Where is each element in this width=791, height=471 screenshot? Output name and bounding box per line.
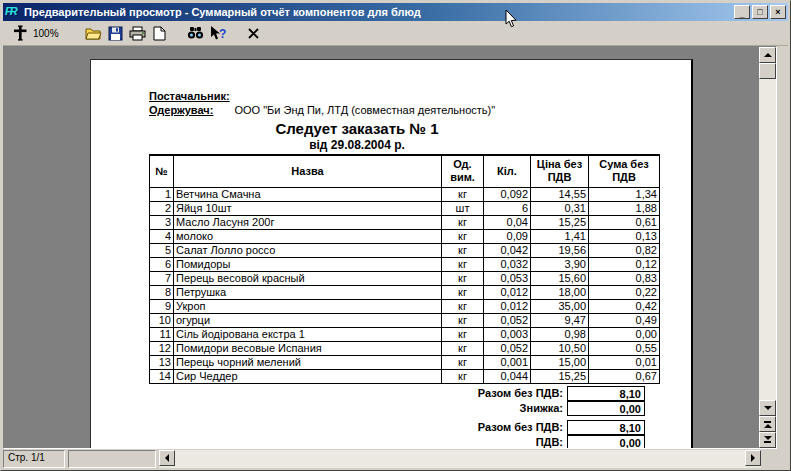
components-table: № Назва Од. вим. Кіл. Ціна без ПДВ Сума … (149, 154, 660, 384)
cell-qty: 0,04 (484, 215, 531, 229)
cell-price: 0,98 (531, 327, 589, 341)
table-row: 2Яйця 10штшт60,311,88 (150, 201, 660, 215)
zoom-tool-button[interactable] (9, 22, 31, 44)
total-row: ПДВ:0,00 (149, 435, 645, 450)
print-button[interactable] (127, 22, 149, 44)
scrollbar-corner (761, 450, 777, 468)
cell-qty: 0,042 (484, 243, 531, 257)
page-up-icon (764, 421, 771, 423)
open-report-button[interactable] (83, 22, 105, 44)
cell-name: Укроп (174, 299, 442, 313)
cell-price: 9,47 (531, 313, 589, 327)
cell-unit: кг (442, 341, 484, 355)
cell-sum: 1,34 (589, 187, 660, 201)
titlebar[interactable]: FR Предварительный просмотр - Суммарный … (3, 3, 788, 21)
cell-num: 11 (150, 327, 174, 341)
left-arrow-icon (165, 454, 169, 462)
preview-window: FR Предварительный просмотр - Суммарный … (0, 0, 791, 471)
table-row: 11Сіль йодірована екстра 1кг0,0030,980,0… (150, 327, 660, 341)
cell-price: 19,56 (531, 243, 589, 257)
cell-num: 8 (150, 285, 174, 299)
cell-num: 6 (150, 257, 174, 271)
blank-page-icon (153, 26, 166, 41)
page-status-panel: Стр. 1/1 (3, 450, 65, 468)
cell-price: 1,41 (531, 229, 589, 243)
cell-unit: шт (442, 201, 484, 215)
header-num: № (150, 155, 174, 187)
cell-sum: 0,61 (589, 215, 660, 229)
receiver-value: ООО "Би Энд Пи, ЛТД (совместная деятельн… (234, 104, 495, 116)
header-name: Назва (174, 155, 442, 187)
cell-qty: 0,053 (484, 271, 531, 285)
cell-sum: 0,42 (589, 299, 660, 313)
context-help-button[interactable]: ? (207, 22, 229, 44)
cell-num: 10 (150, 313, 174, 327)
open-folder-icon (85, 26, 102, 41)
progress-panel (68, 450, 156, 468)
table-header-row: № Назва Од. вим. Кіл. Ціна без ПДВ Сума … (150, 155, 660, 187)
cell-price: 0,31 (531, 201, 589, 215)
help-pointer-icon: ? (209, 26, 227, 41)
cell-name: Яйця 10шт (174, 201, 442, 215)
close-preview-button[interactable] (243, 22, 265, 44)
cell-num: 7 (150, 271, 174, 285)
find-button[interactable] (185, 22, 207, 44)
cell-name: Сіль йодірована екстра 1 (174, 327, 442, 341)
cell-unit: кг (442, 285, 484, 299)
table-row: 4молококг0,091,410,13 (150, 229, 660, 243)
cell-num: 3 (150, 215, 174, 229)
supplier-row: Постачальник: (149, 86, 691, 100)
cell-unit: кг (442, 257, 484, 271)
vertical-scroll-track[interactable] (759, 79, 776, 400)
statusbar: Стр. 1/1 (3, 450, 788, 468)
vertical-scroll-thumb[interactable] (759, 63, 776, 79)
cell-price: 15,00 (531, 355, 589, 369)
maximize-button[interactable]: □ (752, 5, 768, 19)
total-value: 8,10 (567, 386, 645, 401)
total-value: 8,10 (567, 420, 645, 435)
total-label: Разом без ПДВ: (149, 387, 567, 399)
zoom-level[interactable]: 100% (33, 28, 59, 39)
scroll-right-button[interactable] (745, 450, 761, 466)
cell-price: 15,25 (531, 369, 589, 383)
report-subtitle: від 29.08.2004 р. (91, 138, 623, 152)
receiver-row: Одержувач: ООО "Би Энд Пи, ЛТД (совместн… (149, 100, 691, 114)
header-unit: Од. вим. (442, 155, 484, 187)
previous-page-button[interactable] (759, 416, 776, 432)
cell-name: Петрушка (174, 285, 442, 299)
vertical-scrollbar[interactable] (759, 47, 776, 448)
horizontal-scroll-track[interactable] (175, 450, 745, 468)
report-table-body: 1Ветчина Смачнакг0,09214,551,342Яйця 10ш… (150, 187, 660, 383)
cell-name: Помидоры (174, 257, 442, 271)
scroll-down-button[interactable] (759, 400, 776, 416)
minimize-button[interactable]: _ (734, 5, 750, 19)
horizontal-scrollbar[interactable] (159, 450, 761, 468)
scroll-up-button[interactable] (759, 47, 776, 63)
total-row: Разом без ПДВ:8,10 (149, 420, 645, 435)
table-row: 5Салат Лолло россокг0,04219,560,82 (150, 243, 660, 257)
close-button[interactable]: × (770, 5, 786, 19)
cell-unit: кг (442, 313, 484, 327)
up-arrow-icon (764, 53, 772, 57)
page-setup-button[interactable] (149, 22, 171, 44)
cell-unit: кг (442, 299, 484, 313)
save-report-button[interactable] (105, 22, 127, 44)
scroll-left-button[interactable] (159, 450, 175, 466)
total-label: Разом без ПДВ: (149, 421, 567, 433)
cell-unit: кг (442, 327, 484, 341)
cell-name: Масло Ласуня 200г (174, 215, 442, 229)
close-x-icon (247, 27, 260, 40)
cell-name: Помидори весовые Испания (174, 341, 442, 355)
cell-num: 12 (150, 341, 174, 355)
cell-sum: 0,83 (589, 271, 660, 285)
next-page-button[interactable] (759, 432, 776, 448)
cell-num: 2 (150, 201, 174, 215)
mouse-cursor (505, 9, 517, 28)
cell-unit: кг (442, 229, 484, 243)
total-value: 0,00 (567, 401, 645, 416)
cell-unit: кг (442, 215, 484, 229)
cell-sum: 0,55 (589, 341, 660, 355)
cell-qty: 0,032 (484, 257, 531, 271)
cell-qty: 0,003 (484, 327, 531, 341)
total-label: ПДВ: (149, 436, 567, 448)
